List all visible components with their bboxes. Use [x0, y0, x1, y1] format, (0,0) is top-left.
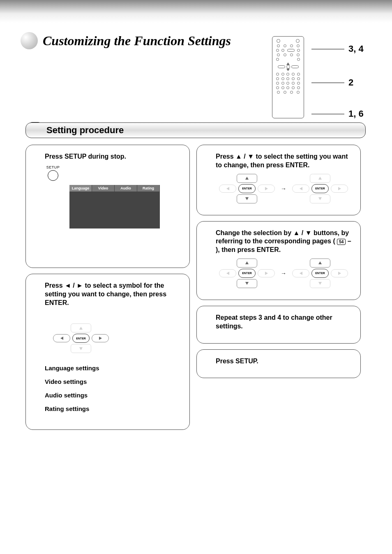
menu-tab-rating: Rating [137, 185, 160, 192]
setup-button-icon: SETUP [45, 165, 61, 181]
arrow-right-icon: → [281, 270, 286, 277]
remote-callout-16: 1, 6 [311, 108, 364, 119]
setting-language: Language settings [45, 365, 180, 372]
dpad-icon: ENTER [53, 323, 109, 353]
menu-tab-language: Language [69, 185, 92, 192]
step-5-title: Repeat steps 3 and 4 to change other set… [216, 314, 351, 331]
step-5-box: Repeat steps 3 and 4 to change other set… [196, 306, 361, 344]
header-gradient [0, 0, 392, 23]
step-4-title: Change the selection by ▲ / ▼ buttons, b… [216, 229, 351, 254]
step-2-box: Press ◄ / ► to select a symbol for the s… [25, 274, 190, 430]
dpad-icon: ENTER [219, 174, 275, 203]
page-ref-icon: 54 [337, 239, 346, 245]
menu-tab-audio: Audio [115, 185, 137, 192]
step-3-title: Press ▲ / ▼ to select the setting you wa… [216, 152, 351, 170]
remote-body [272, 36, 304, 118]
step-6-title: Press SETUP. [216, 357, 351, 366]
step-1-title: Press SETUP during stop. [45, 152, 180, 161]
setting-audio: Audio settings [45, 392, 180, 399]
step-2-title: Press ◄ / ► to select a symbol for the s… [45, 282, 180, 307]
procedure-title: Setting procedure [46, 125, 124, 136]
setting-rating: Rating settings [45, 405, 180, 412]
page-title: Customizing the Function Settings [43, 33, 231, 48]
enter-button-icon: ENTER [311, 184, 329, 193]
step-6-box: Press SETUP. [196, 349, 361, 379]
dpad-icon-faded: ENTER [292, 174, 348, 203]
onscreen-menu: Language Video Audio Rating [69, 185, 160, 229]
page-title-block: Customizing the Function Settings [21, 32, 231, 49]
arrow-right-icon: → [281, 185, 286, 192]
remote-diagram: 3, 4 2 1, 6 [272, 36, 364, 119]
menu-tab-video: Video [92, 185, 115, 192]
dpad-icon-faded: ENTER [292, 259, 348, 288]
enter-button-icon: ENTER [238, 269, 256, 278]
setting-video: Video settings [45, 378, 180, 385]
dpad-icon: ENTER [219, 259, 275, 288]
remote-callout-34: 3, 4 [311, 44, 364, 54]
remote-callout-2: 2 [311, 77, 364, 88]
procedure-bar: Setting procedure [25, 122, 366, 138]
sphere-icon [21, 32, 38, 49]
enter-button-icon: ENTER [72, 334, 90, 343]
step-1-box: Press SETUP during stop. SETUP Language … [25, 145, 190, 268]
enter-button-icon: ENTER [311, 269, 329, 278]
step-4-box: Change the selection by ▲ / ▼ buttons, b… [196, 221, 361, 300]
step-3-box: Press ▲ / ▼ to select the setting you wa… [196, 145, 361, 215]
enter-button-icon: ENTER [238, 184, 256, 193]
